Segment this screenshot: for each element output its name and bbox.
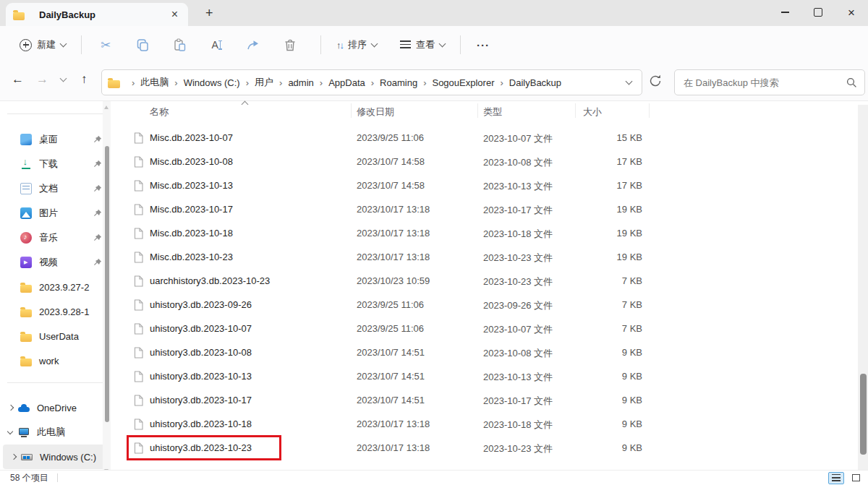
file-name-cell[interactable]: uhistory3.db.2023-10-08	[128, 341, 280, 364]
address-bar[interactable]: › 此电脑 › Windows (C:) › 用户 › admin › AppD…	[101, 69, 642, 95]
sidebar-item[interactable]: 文档	[0, 176, 112, 201]
sidebar-item[interactable]: Windows (C:)	[3, 445, 109, 469]
sidebar-item[interactable]: 2023.9.28-1	[0, 299, 112, 324]
sidebar-item[interactable]: work	[0, 348, 112, 373]
tab-dailybackup[interactable]: DailyBackup ×	[6, 3, 188, 26]
column-header-type[interactable]: 类型	[483, 106, 502, 119]
file-name-cell[interactable]: uhistory3.db.2023-10-17	[128, 389, 280, 411]
file-row[interactable]: uhistory3.db.2023-10-18 2023/10/17 13:18…	[112, 413, 848, 437]
file-row[interactable]: Misc.db.2023-10-13 2023/10/7 14:58 2023-…	[112, 174, 848, 198]
scroll-up-icon[interactable]	[104, 106, 109, 109]
close-button[interactable]: ×	[835, 0, 868, 25]
new-button[interactable]: 新建	[13, 33, 72, 56]
sidebar-item[interactable]: 图片	[0, 201, 112, 226]
sidebar-item[interactable]: 桌面	[0, 127, 112, 152]
delete-button[interactable]	[275, 32, 305, 58]
address-dropdown-chevron-icon[interactable]	[626, 77, 633, 85]
expand-chevron-icon[interactable]	[6, 403, 17, 413]
sidebar-item[interactable]: UserData	[0, 324, 112, 348]
file-name-cell[interactable]: uhistory3.db.2023-09-26	[128, 293, 280, 316]
rename-button[interactable]: A	[201, 32, 231, 58]
sort-ascending-caret-icon	[242, 101, 249, 108]
copy-button[interactable]	[127, 32, 158, 58]
file-row[interactable]: Misc.db.2023-10-17 2023/10/17 13:18 2023…	[112, 198, 848, 222]
file-name-cell[interactable]: Misc.db.2023-10-08	[128, 150, 280, 173]
column-header-date[interactable]: 修改日期	[357, 106, 394, 119]
file-row[interactable]: Misc.db.2023-10-23 2023/10/17 13:18 2023…	[112, 246, 848, 270]
pin-icon	[93, 233, 102, 242]
minimize-button[interactable]	[768, 0, 801, 25]
back-button[interactable]: ←	[12, 72, 24, 87]
file-name-cell[interactable]: uarchhistory3.db.2023-10-23	[128, 270, 280, 292]
nav-item-icon	[20, 309, 32, 317]
file-row[interactable]: uhistory3.db.2023-09-26 2023/9/25 11:06 …	[112, 293, 848, 317]
view-button[interactable]: 查看	[393, 33, 451, 56]
breadcrumb-item[interactable]: 此电脑	[139, 74, 170, 91]
breadcrumb-item[interactable]: 用户	[253, 74, 275, 91]
column-divider[interactable]	[649, 103, 650, 118]
up-button[interactable]: ↑	[81, 72, 88, 87]
sidebar-item[interactable]: 音乐	[0, 226, 112, 250]
file-name-cell[interactable]: Misc.db.2023-10-13	[128, 174, 280, 197]
file-size: 9 KB	[546, 395, 642, 405]
file-row[interactable]: Misc.db.2023-10-07 2023/9/25 11:06 2023-…	[112, 126, 848, 150]
file-list-scrollbar-thumb[interactable]	[860, 374, 867, 455]
breadcrumb-item[interactable]: Roaming	[378, 75, 419, 90]
file-row[interactable]: uhistory3.db.2023-10-17 2023/10/7 14:51 …	[112, 389, 848, 413]
expand-chevron-icon[interactable]	[9, 452, 20, 462]
file-row[interactable]: Misc.db.2023-10-18 2023/10/17 13:18 2023…	[112, 222, 848, 246]
file-name-cell[interactable]: uhistory3.db.2023-10-23	[128, 437, 280, 459]
file-row[interactable]: uarchhistory3.db.2023-10-23 2023/10/23 1…	[112, 270, 848, 293]
file-name-cell[interactable]: Misc.db.2023-10-07	[128, 126, 280, 149]
history-chevron-icon[interactable]	[60, 75, 67, 82]
file-name-cell[interactable]: uhistory3.db.2023-10-18	[128, 413, 280, 435]
column-divider[interactable]	[575, 103, 576, 118]
file-name-cell[interactable]: uhistory3.db.2023-10-07	[128, 317, 280, 340]
new-tab-button[interactable]: +	[200, 4, 219, 22]
file-row[interactable]: uhistory3.db.2023-10-13 2023/10/7 14:51 …	[112, 365, 848, 389]
details-view-button[interactable]	[828, 472, 844, 484]
sidebar-scrollbar-thumb[interactable]	[105, 146, 109, 422]
sidebar-item[interactable]: 下载	[0, 152, 112, 176]
file-name-cell[interactable]: Misc.db.2023-10-18	[128, 222, 280, 244]
file-type: 2023-10-08 文件	[483, 156, 553, 169]
maximize-button[interactable]	[801, 0, 835, 25]
forward-button[interactable]: →	[36, 72, 48, 87]
column-divider[interactable]	[477, 103, 478, 118]
paste-button[interactable]	[164, 32, 195, 58]
column-header-name[interactable]: 名称	[150, 106, 169, 119]
large-icons-view-button[interactable]	[848, 472, 864, 484]
expand-chevron-icon[interactable]	[6, 427, 17, 437]
share-button[interactable]	[238, 32, 268, 58]
refresh-button[interactable]	[648, 74, 663, 88]
file-row[interactable]: uhistory3.db.2023-10-23 2023/10/17 13:18…	[112, 437, 848, 460]
file-name-cell[interactable]: uhistory3.db.2023-10-13	[128, 365, 280, 387]
sidebar-item[interactable]: 视频	[0, 250, 112, 275]
search-input[interactable]	[682, 77, 846, 89]
file-name: uhistory3.db.2023-10-17	[150, 395, 252, 405]
more-options-button[interactable]: ···	[469, 39, 497, 51]
sidebar-item[interactable]: OneDrive	[0, 395, 112, 420]
cut-button[interactable]: ✂	[90, 32, 121, 58]
breadcrumb-item[interactable]: Windows (C:)	[182, 75, 242, 90]
file-row[interactable]: Misc.db.2023-10-08 2023/10/7 14:58 2023-…	[112, 150, 848, 174]
file-row[interactable]: Misc.db.2023-09-26 2023/9/25 11:06 2023-…	[112, 120, 848, 126]
tab-close-icon[interactable]: ×	[169, 9, 181, 20]
file-list-scrollbar[interactable]	[858, 105, 868, 470]
sidebar-scrollbar[interactable]	[103, 101, 111, 477]
column-divider[interactable]	[351, 103, 352, 118]
sidebar-item[interactable]: 此电脑	[0, 420, 112, 445]
breadcrumb-item[interactable]: admin	[286, 75, 315, 90]
breadcrumb-item[interactable]: AppData	[327, 75, 367, 90]
sidebar-item[interactable]: 2023.9.27-2	[0, 275, 112, 299]
file-name-cell[interactable]: Misc.db.2023-09-26	[128, 120, 280, 125]
sort-button[interactable]: ↑↓ 排序	[330, 33, 383, 56]
file-row[interactable]: uhistory3.db.2023-10-07 2023/9/25 11:06 …	[112, 317, 848, 341]
breadcrumb-item[interactable]: DailyBackup	[508, 75, 563, 90]
file-row[interactable]: uhistory3.db.2023-10-08 2023/10/7 14:51 …	[112, 341, 848, 365]
ibeam-cursor-icon	[220, 40, 221, 50]
column-header-size[interactable]: 大小	[583, 106, 602, 119]
breadcrumb-item[interactable]: SogouExplorer	[430, 75, 495, 90]
file-name-cell[interactable]: Misc.db.2023-10-23	[128, 246, 280, 268]
file-name-cell[interactable]: Misc.db.2023-10-17	[128, 198, 280, 220]
